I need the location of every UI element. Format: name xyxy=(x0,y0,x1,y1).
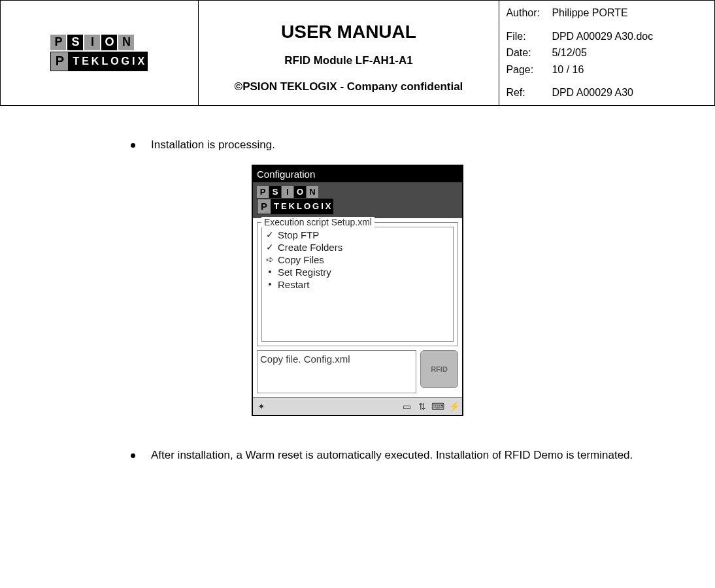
card-icon[interactable]: ▭ xyxy=(401,400,412,412)
document-title: USER MANUAL xyxy=(205,22,493,42)
ref-label: Ref: xyxy=(506,84,552,101)
list-item-label: Stop FTP xyxy=(278,229,319,240)
list-item: ✓ Stop FTP xyxy=(263,229,452,241)
power-plug-icon[interactable]: ⚡ xyxy=(448,400,459,412)
list-item: ➪ Copy Files xyxy=(263,253,452,266)
taskbar: ✦ ▭ ⇅ ⌨ ⚡ xyxy=(253,397,462,415)
status-text: Copy file. Config.xml xyxy=(257,350,416,393)
page-value: 10 / 16 xyxy=(552,61,708,78)
date-label: Date: xyxy=(506,44,552,61)
date-value: 5/12/05 xyxy=(552,44,708,61)
logo-letter: S xyxy=(269,186,281,198)
list-item-label: Copy Files xyxy=(278,254,324,265)
bullet-dot-icon xyxy=(131,143,135,148)
bullet-text: Installation is processing. xyxy=(151,139,275,152)
file-value: DPD A00029 A30.doc xyxy=(552,28,708,45)
logo-letter: S xyxy=(67,35,83,50)
list-item-label: Set Registry xyxy=(278,267,331,278)
embedded-screenshot: Configuration P S I O N P TEKLOGIX xyxy=(26,165,689,416)
list-item: • Restart xyxy=(263,278,452,291)
ref-value: DPD A00029 A30 xyxy=(552,84,708,101)
group-title: Execution script Setup.xml xyxy=(261,217,374,227)
logo-teklogix: TEKLOGIX xyxy=(69,52,148,71)
list-item: • Set Registry xyxy=(263,266,452,278)
logo-cell: P S I O N P TEKLOGIX xyxy=(1,1,199,106)
meta-cell: Author: Philippe PORTE File: DPD A00029 … xyxy=(499,1,715,106)
arrow-right-icon: ➪ xyxy=(265,254,275,265)
logo-p: P xyxy=(50,52,69,71)
page-label: Page: xyxy=(506,61,552,78)
script-step-list: ✓ Stop FTP ✓ Create Folders ➪ Copy Files… xyxy=(261,227,454,342)
logo-letter: N xyxy=(118,35,134,50)
bullet-item: After installation, a Warm reset is auto… xyxy=(131,449,689,462)
bullet-item: Installation is processing. xyxy=(131,139,689,152)
rfid-badge-icon: RFID xyxy=(420,350,458,388)
title-cell: USER MANUAL RFID Module LF-AH1-A1 ©PSION… xyxy=(198,1,499,106)
window-title: Configuration xyxy=(257,169,315,180)
network-icon[interactable]: ⇅ xyxy=(416,400,428,412)
dot-icon: • xyxy=(265,279,275,289)
logo-letter: P xyxy=(257,186,269,198)
start-icon[interactable]: ✦ xyxy=(256,400,267,412)
bullet-text: After installation, a Warm reset is auto… xyxy=(151,449,633,462)
list-item-label: Create Folders xyxy=(278,242,342,253)
psion-teklogix-logo: P S I O N P TEKLOGIX xyxy=(50,35,148,71)
check-icon: ✓ xyxy=(265,229,275,240)
keyboard-icon[interactable]: ⌨ xyxy=(432,400,444,412)
bullet-dot-icon xyxy=(131,453,135,458)
check-icon: ✓ xyxy=(265,242,275,252)
author-value: Philippe PORTE xyxy=(552,5,708,22)
logo-letter: I xyxy=(282,186,293,198)
list-item-label: Restart xyxy=(278,279,309,290)
brand-bar: P S I O N P TEKLOGIX xyxy=(253,182,462,218)
document-header: P S I O N P TEKLOGIX USER MANUAL RFID Mo… xyxy=(0,0,715,106)
logo-letter: N xyxy=(307,186,318,198)
document-body: Installation is processing. Configuratio… xyxy=(0,106,715,488)
file-label: File: xyxy=(506,28,552,45)
logo-letter: O xyxy=(101,35,117,50)
logo-p: P xyxy=(257,199,271,214)
confidential-notice: ©PSION TEKLOGIX - Company confidential xyxy=(205,80,493,93)
dot-icon: • xyxy=(265,267,275,277)
logo-letter: P xyxy=(50,35,66,50)
logo-letter: O xyxy=(294,186,306,198)
script-group: Execution script Setup.xml ✓ Stop FTP ✓ … xyxy=(257,222,458,346)
logo-teklogix: TEKLOGIX xyxy=(271,199,333,214)
logo-letter: I xyxy=(84,35,100,50)
author-label: Author: xyxy=(506,5,552,22)
list-item: ✓ Create Folders xyxy=(263,241,452,253)
document-subtitle: RFID Module LF-AH1-A1 xyxy=(205,54,493,67)
window-titlebar: Configuration xyxy=(253,166,462,182)
